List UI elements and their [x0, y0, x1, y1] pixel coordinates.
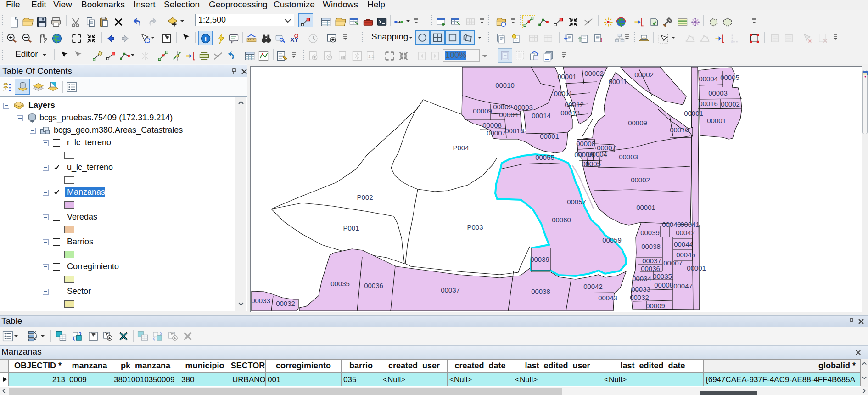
svg-text:00055: 00055 — [535, 153, 554, 161]
svg-text:00003: 00003 — [619, 153, 638, 161]
svg-text:00035: 00035 — [653, 272, 672, 280]
svg-text:00002: 00002 — [631, 176, 650, 184]
svg-text:00032: 00032 — [630, 293, 649, 301]
svg-text:00043: 00043 — [598, 294, 617, 302]
svg-text:00005: 00005 — [582, 160, 601, 168]
svg-text:00008: 00008 — [576, 140, 595, 147]
svg-text:00001: 00001 — [636, 203, 655, 211]
svg-text:00014: 00014 — [532, 112, 551, 119]
svg-text:00007: 00007 — [663, 259, 683, 267]
svg-text:00016: 00016 — [505, 127, 524, 135]
svg-text:00036: 00036 — [364, 282, 383, 289]
svg-text:00001: 00001 — [687, 264, 706, 272]
svg-text:00059: 00059 — [602, 236, 622, 244]
svg-text:00002: 00002 — [721, 100, 740, 108]
svg-text:00001: 00001 — [540, 132, 559, 140]
svg-text:00040: 00040 — [662, 220, 681, 228]
svg-text:00001: 00001 — [707, 117, 726, 124]
svg-text:P002: P002 — [357, 193, 373, 201]
svg-text:00033: 00033 — [631, 285, 650, 293]
svg-text:i: i — [205, 35, 207, 43]
svg-text:00002: 00002 — [584, 69, 604, 77]
svg-text:00007: 00007 — [487, 129, 506, 137]
svg-text:1:1: 1:1 — [368, 54, 374, 59]
svg-text:00032: 00032 — [276, 299, 295, 307]
svg-text:00001: 00001 — [684, 109, 703, 117]
svg-text:00003: 00003 — [514, 103, 533, 111]
svg-text:00008: 00008 — [654, 281, 673, 289]
svg-text:00039: 00039 — [640, 229, 660, 237]
svg-text:00009: 00009 — [646, 302, 665, 310]
svg-text:00035: 00035 — [330, 280, 350, 288]
svg-text:00004: 00004 — [699, 75, 718, 83]
svg-text:00042: 00042 — [676, 229, 695, 237]
svg-text:00057: 00057 — [567, 198, 586, 206]
svg-text:00041: 00041 — [680, 220, 700, 228]
svg-text:00001: 00001 — [557, 73, 577, 80]
svg-text:00037: 00037 — [441, 286, 460, 294]
svg-text:00033: 00033 — [251, 297, 270, 305]
svg-text:00009: 00009 — [473, 107, 492, 115]
svg-text:00002: 00002 — [634, 71, 654, 79]
svg-text:00010: 00010 — [495, 81, 515, 89]
svg-text:00044: 00044 — [674, 240, 693, 248]
svg-text:00042: 00042 — [583, 282, 603, 290]
svg-text:00011: 00011 — [609, 78, 627, 85]
svg-text:00034: 00034 — [632, 275, 651, 282]
svg-text:00004: 00004 — [588, 150, 607, 158]
svg-text:00004: 00004 — [499, 111, 518, 118]
svg-text:00036: 00036 — [641, 265, 660, 272]
svg-text:00010: 00010 — [670, 126, 689, 134]
svg-text:00039: 00039 — [530, 255, 549, 263]
svg-text:00009: 00009 — [628, 119, 647, 127]
svg-text:00047: 00047 — [673, 282, 693, 290]
svg-text:00038: 00038 — [531, 288, 550, 295]
svg-text:00011: 00011 — [554, 90, 573, 97]
svg-text:00016: 00016 — [699, 100, 718, 107]
svg-text:P004: P004 — [453, 144, 469, 152]
svg-text:00005: 00005 — [720, 73, 739, 81]
svg-text:00008: 00008 — [482, 121, 502, 129]
svg-text:00002: 00002 — [493, 103, 512, 111]
svg-text:00037: 00037 — [642, 257, 661, 265]
svg-text:00003: 00003 — [708, 89, 728, 97]
svg-text:00012: 00012 — [565, 101, 584, 108]
svg-text:P003: P003 — [467, 223, 483, 231]
svg-text:00038: 00038 — [641, 243, 661, 250]
svg-text:00045: 00045 — [676, 251, 695, 259]
svg-text:P001: P001 — [343, 224, 359, 232]
svg-text:00013: 00013 — [560, 109, 580, 117]
svg-text:!: ! — [600, 36, 603, 44]
svg-text:00060: 00060 — [552, 216, 571, 224]
